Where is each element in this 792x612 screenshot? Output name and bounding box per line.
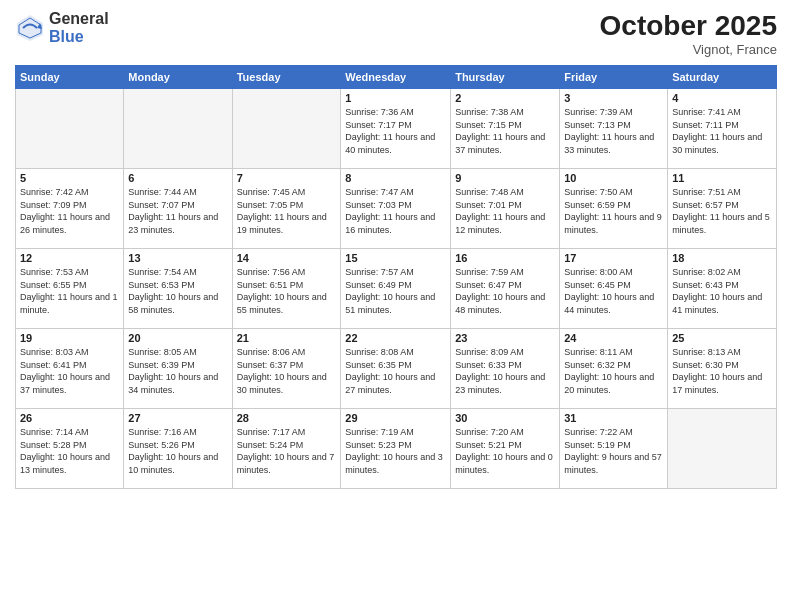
day-info: Sunrise: 7:16 AM Sunset: 5:26 PM Dayligh… xyxy=(128,426,227,476)
day-number: 30 xyxy=(455,412,555,424)
calendar-cell: 25Sunrise: 8:13 AM Sunset: 6:30 PM Dayli… xyxy=(668,329,777,409)
day-info: Sunrise: 7:45 AM Sunset: 7:05 PM Dayligh… xyxy=(237,186,337,236)
calendar-cell: 11Sunrise: 7:51 AM Sunset: 6:57 PM Dayli… xyxy=(668,169,777,249)
col-sunday: Sunday xyxy=(16,66,124,89)
day-info: Sunrise: 7:20 AM Sunset: 5:21 PM Dayligh… xyxy=(455,426,555,476)
day-info: Sunrise: 7:47 AM Sunset: 7:03 PM Dayligh… xyxy=(345,186,446,236)
day-info: Sunrise: 7:19 AM Sunset: 5:23 PM Dayligh… xyxy=(345,426,446,476)
day-number: 24 xyxy=(564,332,663,344)
calendar-cell: 26Sunrise: 7:14 AM Sunset: 5:28 PM Dayli… xyxy=(16,409,124,489)
page: General Blue October 2025 Vignot, France… xyxy=(0,0,792,612)
col-saturday: Saturday xyxy=(668,66,777,89)
day-number: 22 xyxy=(345,332,446,344)
day-info: Sunrise: 7:38 AM Sunset: 7:15 PM Dayligh… xyxy=(455,106,555,156)
day-info: Sunrise: 7:48 AM Sunset: 7:01 PM Dayligh… xyxy=(455,186,555,236)
calendar-cell: 27Sunrise: 7:16 AM Sunset: 5:26 PM Dayli… xyxy=(124,409,232,489)
day-number: 21 xyxy=(237,332,337,344)
calendar-cell: 10Sunrise: 7:50 AM Sunset: 6:59 PM Dayli… xyxy=(560,169,668,249)
day-info: Sunrise: 8:00 AM Sunset: 6:45 PM Dayligh… xyxy=(564,266,663,316)
day-info: Sunrise: 7:57 AM Sunset: 6:49 PM Dayligh… xyxy=(345,266,446,316)
calendar-cell xyxy=(668,409,777,489)
calendar-cell: 12Sunrise: 7:53 AM Sunset: 6:55 PM Dayli… xyxy=(16,249,124,329)
title-block: October 2025 Vignot, France xyxy=(600,10,777,57)
calendar-header-row: Sunday Monday Tuesday Wednesday Thursday… xyxy=(16,66,777,89)
day-info: Sunrise: 8:03 AM Sunset: 6:41 PM Dayligh… xyxy=(20,346,119,396)
day-info: Sunrise: 8:02 AM Sunset: 6:43 PM Dayligh… xyxy=(672,266,772,316)
day-number: 10 xyxy=(564,172,663,184)
day-number: 12 xyxy=(20,252,119,264)
day-info: Sunrise: 7:44 AM Sunset: 7:07 PM Dayligh… xyxy=(128,186,227,236)
logo-blue-text: Blue xyxy=(49,28,109,46)
calendar-cell: 9Sunrise: 7:48 AM Sunset: 7:01 PM Daylig… xyxy=(451,169,560,249)
calendar-cell: 4Sunrise: 7:41 AM Sunset: 7:11 PM Daylig… xyxy=(668,89,777,169)
calendar-cell: 5Sunrise: 7:42 AM Sunset: 7:09 PM Daylig… xyxy=(16,169,124,249)
day-info: Sunrise: 7:59 AM Sunset: 6:47 PM Dayligh… xyxy=(455,266,555,316)
calendar-cell: 20Sunrise: 8:05 AM Sunset: 6:39 PM Dayli… xyxy=(124,329,232,409)
month-title: October 2025 xyxy=(600,10,777,42)
calendar-cell: 24Sunrise: 8:11 AM Sunset: 6:32 PM Dayli… xyxy=(560,329,668,409)
day-info: Sunrise: 7:14 AM Sunset: 5:28 PM Dayligh… xyxy=(20,426,119,476)
calendar-cell xyxy=(124,89,232,169)
calendar-week-row: 12Sunrise: 7:53 AM Sunset: 6:55 PM Dayli… xyxy=(16,249,777,329)
calendar-cell: 19Sunrise: 8:03 AM Sunset: 6:41 PM Dayli… xyxy=(16,329,124,409)
day-number: 17 xyxy=(564,252,663,264)
day-number: 28 xyxy=(237,412,337,424)
calendar-cell: 22Sunrise: 8:08 AM Sunset: 6:35 PM Dayli… xyxy=(341,329,451,409)
calendar-cell: 18Sunrise: 8:02 AM Sunset: 6:43 PM Dayli… xyxy=(668,249,777,329)
day-number: 8 xyxy=(345,172,446,184)
calendar-cell: 14Sunrise: 7:56 AM Sunset: 6:51 PM Dayli… xyxy=(232,249,341,329)
location-subtitle: Vignot, France xyxy=(600,42,777,57)
day-info: Sunrise: 8:09 AM Sunset: 6:33 PM Dayligh… xyxy=(455,346,555,396)
day-number: 6 xyxy=(128,172,227,184)
day-number: 20 xyxy=(128,332,227,344)
day-number: 13 xyxy=(128,252,227,264)
day-info: Sunrise: 8:11 AM Sunset: 6:32 PM Dayligh… xyxy=(564,346,663,396)
calendar-cell: 15Sunrise: 7:57 AM Sunset: 6:49 PM Dayli… xyxy=(341,249,451,329)
logo-general-text: General xyxy=(49,10,109,28)
day-number: 23 xyxy=(455,332,555,344)
day-number: 1 xyxy=(345,92,446,104)
calendar-cell: 29Sunrise: 7:19 AM Sunset: 5:23 PM Dayli… xyxy=(341,409,451,489)
day-number: 7 xyxy=(237,172,337,184)
day-info: Sunrise: 7:53 AM Sunset: 6:55 PM Dayligh… xyxy=(20,266,119,316)
col-wednesday: Wednesday xyxy=(341,66,451,89)
calendar-week-row: 1Sunrise: 7:36 AM Sunset: 7:17 PM Daylig… xyxy=(16,89,777,169)
day-info: Sunrise: 8:06 AM Sunset: 6:37 PM Dayligh… xyxy=(237,346,337,396)
calendar-cell: 31Sunrise: 7:22 AM Sunset: 5:19 PM Dayli… xyxy=(560,409,668,489)
day-number: 31 xyxy=(564,412,663,424)
day-info: Sunrise: 7:54 AM Sunset: 6:53 PM Dayligh… xyxy=(128,266,227,316)
col-friday: Friday xyxy=(560,66,668,89)
calendar-cell: 16Sunrise: 7:59 AM Sunset: 6:47 PM Dayli… xyxy=(451,249,560,329)
calendar-cell: 13Sunrise: 7:54 AM Sunset: 6:53 PM Dayli… xyxy=(124,249,232,329)
day-info: Sunrise: 7:41 AM Sunset: 7:11 PM Dayligh… xyxy=(672,106,772,156)
calendar-cell: 1Sunrise: 7:36 AM Sunset: 7:17 PM Daylig… xyxy=(341,89,451,169)
day-number: 4 xyxy=(672,92,772,104)
col-tuesday: Tuesday xyxy=(232,66,341,89)
day-number: 9 xyxy=(455,172,555,184)
calendar-cell: 3Sunrise: 7:39 AM Sunset: 7:13 PM Daylig… xyxy=(560,89,668,169)
day-number: 27 xyxy=(128,412,227,424)
day-info: Sunrise: 8:08 AM Sunset: 6:35 PM Dayligh… xyxy=(345,346,446,396)
day-number: 14 xyxy=(237,252,337,264)
day-info: Sunrise: 8:05 AM Sunset: 6:39 PM Dayligh… xyxy=(128,346,227,396)
calendar-cell: 8Sunrise: 7:47 AM Sunset: 7:03 PM Daylig… xyxy=(341,169,451,249)
calendar-cell: 2Sunrise: 7:38 AM Sunset: 7:15 PM Daylig… xyxy=(451,89,560,169)
col-monday: Monday xyxy=(124,66,232,89)
calendar-cell xyxy=(232,89,341,169)
day-info: Sunrise: 7:42 AM Sunset: 7:09 PM Dayligh… xyxy=(20,186,119,236)
day-info: Sunrise: 7:51 AM Sunset: 6:57 PM Dayligh… xyxy=(672,186,772,236)
day-info: Sunrise: 7:36 AM Sunset: 7:17 PM Dayligh… xyxy=(345,106,446,156)
day-number: 16 xyxy=(455,252,555,264)
day-info: Sunrise: 7:17 AM Sunset: 5:24 PM Dayligh… xyxy=(237,426,337,476)
calendar-cell: 17Sunrise: 8:00 AM Sunset: 6:45 PM Dayli… xyxy=(560,249,668,329)
day-info: Sunrise: 8:13 AM Sunset: 6:30 PM Dayligh… xyxy=(672,346,772,396)
day-number: 5 xyxy=(20,172,119,184)
calendar-cell: 28Sunrise: 7:17 AM Sunset: 5:24 PM Dayli… xyxy=(232,409,341,489)
calendar-cell xyxy=(16,89,124,169)
header: General Blue October 2025 Vignot, France xyxy=(15,10,777,57)
calendar-week-row: 26Sunrise: 7:14 AM Sunset: 5:28 PM Dayli… xyxy=(16,409,777,489)
calendar-cell: 23Sunrise: 8:09 AM Sunset: 6:33 PM Dayli… xyxy=(451,329,560,409)
calendar-week-row: 5Sunrise: 7:42 AM Sunset: 7:09 PM Daylig… xyxy=(16,169,777,249)
calendar-cell: 7Sunrise: 7:45 AM Sunset: 7:05 PM Daylig… xyxy=(232,169,341,249)
day-info: Sunrise: 7:50 AM Sunset: 6:59 PM Dayligh… xyxy=(564,186,663,236)
